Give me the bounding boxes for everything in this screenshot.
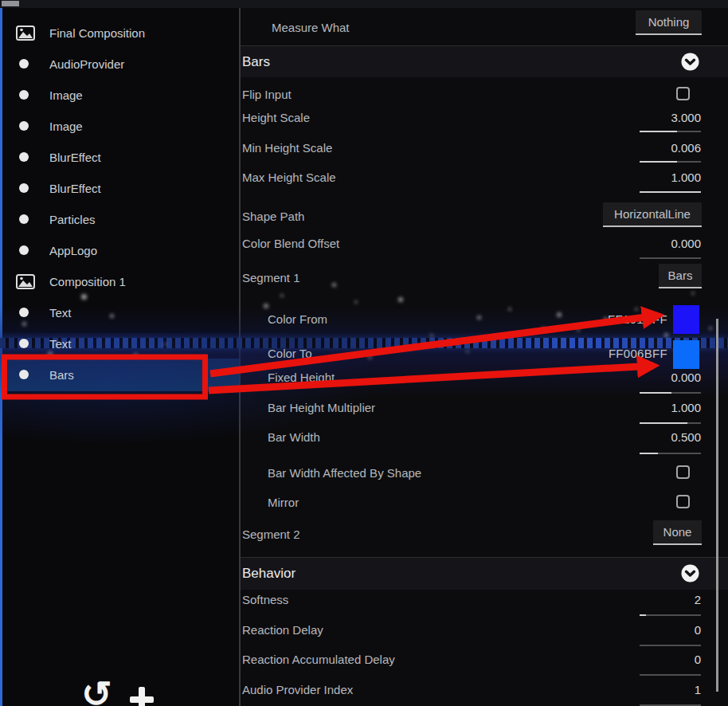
max-height-scale-slider[interactable] <box>640 191 701 193</box>
sidebar-item-text-2[interactable]: Text <box>2 328 239 359</box>
height-scale-value[interactable]: 3.000 <box>671 111 701 124</box>
bar-height-multiplier-slider[interactable] <box>640 422 701 424</box>
mirror-checkbox[interactable] <box>676 495 690 508</box>
layer-bullet-icon <box>19 152 29 162</box>
layer-bullet-icon <box>19 245 29 255</box>
reaction-delay-label: Reaction Delay <box>241 623 323 637</box>
reaction-accumulated-delay-slider[interactable] <box>640 674 701 676</box>
color-from-hex[interactable]: FF191CFF <box>608 312 667 326</box>
composition-icon <box>16 25 35 41</box>
sidebar-item-label: BlurEffect <box>49 182 101 195</box>
bar-width-affected-row: Bar Width Affected By Shape <box>241 463 728 482</box>
window-menu-chip[interactable] <box>2 1 19 6</box>
softness-row: Softness 2 <box>241 590 728 609</box>
bar-width-row: Bar Width 0.500 <box>241 427 728 446</box>
composition-icon <box>16 274 35 289</box>
segment-1-button[interactable]: Bars <box>659 264 702 288</box>
sidebar-item-label: Image <box>49 88 83 102</box>
min-height-scale-value[interactable]: 0.006 <box>671 141 701 155</box>
bar-width-affected-checkbox[interactable] <box>676 465 690 479</box>
height-scale-slider[interactable] <box>640 131 701 132</box>
color-to-hex[interactable]: FF006BFF <box>609 347 667 360</box>
layer-bullet-icon <box>19 339 29 348</box>
bars-section-header: Bars <box>241 53 728 72</box>
sidebar-item-image-1[interactable]: Image <box>2 79 239 111</box>
flip-input-label: Flip Input <box>241 88 292 101</box>
bar-width-value[interactable]: 0.500 <box>671 430 701 444</box>
softness-value[interactable]: 2 <box>695 593 701 606</box>
reaction-accumulated-delay-label: Reaction Accumulated Delay <box>241 653 395 666</box>
shape-path-button[interactable]: HorizontalLine <box>603 202 702 227</box>
sidebar-item-text-1[interactable]: Text <box>2 296 239 328</box>
layer-bullet-icon <box>19 370 29 379</box>
collapse-chevron-icon[interactable] <box>681 564 699 582</box>
bar-height-multiplier-value[interactable]: 1.000 <box>671 401 701 414</box>
max-height-scale-value[interactable]: 1.000 <box>671 171 701 184</box>
layer-bullet-icon <box>19 308 29 317</box>
audio-provider-index-value[interactable]: 1 <box>695 683 701 696</box>
measure-what-label: Measure What <box>241 21 350 34</box>
sidebar-item-label: Text <box>49 306 72 320</box>
shape-path-label: Shape Path <box>241 210 304 223</box>
section-divider <box>241 557 728 558</box>
color-blend-offset-slider[interactable] <box>640 257 701 259</box>
sidebar-item-applogo[interactable]: AppLogo <box>2 234 239 266</box>
color-from-swatch[interactable] <box>673 305 699 334</box>
bar-width-label: Bar Width <box>241 430 320 444</box>
sidebar-item-bars[interactable]: Bars <box>2 359 239 390</box>
sidebar-item-audioprovider[interactable]: AudioProvider <box>2 48 239 80</box>
sidebar-item-final-composition[interactable]: Final Composition <box>2 17 239 49</box>
reaction-delay-slider[interactable] <box>640 645 701 646</box>
min-height-scale-slider[interactable] <box>640 161 701 163</box>
bars-section-title: Bars <box>242 54 270 70</box>
mirror-row: Mirror <box>241 492 728 512</box>
reaction-delay-value[interactable]: 0 <box>695 623 701 637</box>
color-from-label: Color From <box>241 312 327 326</box>
height-scale-label: Height Scale <box>241 111 310 124</box>
sidebar-item-label: Composition 1 <box>49 275 126 288</box>
segment-2-button[interactable]: None <box>653 520 702 545</box>
add-layer-icon[interactable] <box>130 687 154 706</box>
segment-1-label: Segment 1 <box>241 271 300 284</box>
color-to-label: Color To <box>241 347 312 360</box>
collapse-chevron-icon[interactable] <box>681 53 699 71</box>
min-height-scale-label: Min Height Scale <box>241 141 332 155</box>
bar-width-slider[interactable] <box>640 453 701 454</box>
layer-bullet-icon <box>19 214 29 224</box>
color-blend-offset-value[interactable]: 0.000 <box>671 237 701 250</box>
sidebar-item-blureffect-2[interactable]: BlurEffect <box>2 172 239 204</box>
properties-panel: Measure What Nothing Bars Flip Input Hei… <box>241 8 728 706</box>
flip-input-checkbox[interactable] <box>676 87 690 100</box>
sidebar-item-composition-1[interactable]: Composition 1 <box>2 265 239 297</box>
fixed-height-value[interactable]: 0.000 <box>671 371 701 384</box>
layer-bullet-icon <box>19 59 29 69</box>
layer-bullet-icon <box>19 121 29 131</box>
behavior-section-header: Behavior <box>241 564 728 583</box>
sidebar-item-label: Text <box>49 337 72 351</box>
behavior-section-title: Behavior <box>242 566 296 582</box>
segment-2-label: Segment 2 <box>241 528 300 541</box>
sidebar-item-image-2[interactable]: Image <box>2 110 239 142</box>
measure-what-button[interactable]: Nothing <box>636 10 702 35</box>
softness-label: Softness <box>241 593 288 606</box>
reaction-accumulated-delay-row: Reaction Accumulated Delay 0 <box>241 649 728 669</box>
color-to-row: Color To FF006BFF <box>241 343 728 363</box>
sidebar-item-particles[interactable]: Particles <box>2 203 239 235</box>
color-blend-offset-row: Color Blend Offset 0.000 <box>241 233 728 253</box>
bar-height-multiplier-row: Bar Height Multiplier 1.000 <box>241 398 728 417</box>
sidebar-item-blureffect-1[interactable]: BlurEffect <box>2 141 239 173</box>
softness-slider[interactable] <box>640 614 701 616</box>
reaction-accumulated-delay-value[interactable]: 0 <box>695 653 701 666</box>
fixed-height-slider[interactable] <box>640 392 701 394</box>
reset-icon[interactable]: ↺ <box>81 676 112 706</box>
section-divider <box>241 45 728 46</box>
sidebar-item-label: Particles <box>49 213 96 226</box>
reaction-delay-row: Reaction Delay 0 <box>241 620 728 639</box>
color-to-swatch[interactable] <box>673 340 699 369</box>
properties-scrollbar[interactable] <box>716 319 718 692</box>
layer-bullet-icon <box>19 183 29 193</box>
bar-height-multiplier-label: Bar Height Multiplier <box>241 401 375 414</box>
sidebar-item-label: Bars <box>49 368 74 382</box>
color-blend-offset-label: Color Blend Offset <box>241 237 339 250</box>
bar-width-affected-label: Bar Width Affected By Shape <box>241 466 421 480</box>
